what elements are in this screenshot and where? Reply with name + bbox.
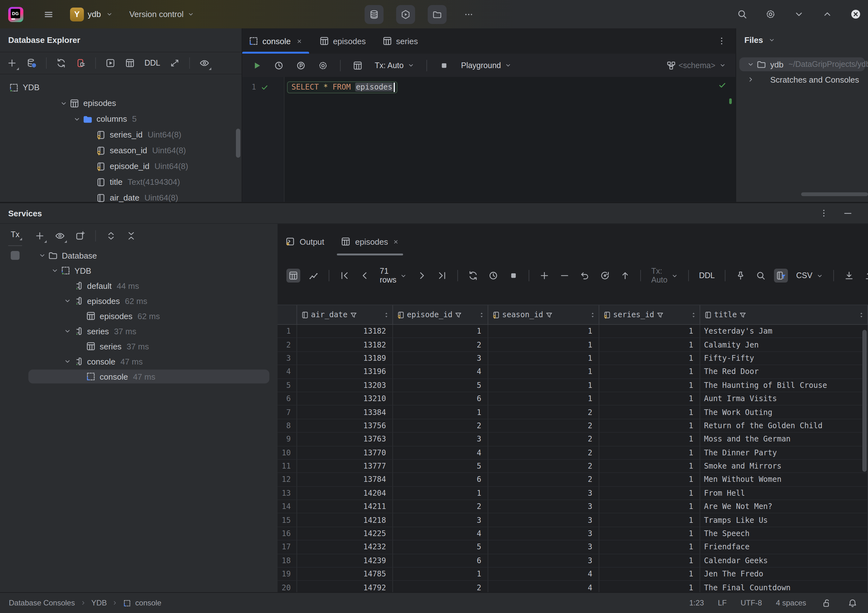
cell-season-id[interactable]: 2 <box>488 460 599 473</box>
file-encoding[interactable]: UTF-8 <box>741 599 762 607</box>
cell-title[interactable]: Moss and the German <box>700 433 868 446</box>
tree-item-series[interactable]: series37 ms <box>0 339 277 354</box>
tree-item-ydb[interactable]: YDB <box>0 79 242 95</box>
cell-air-date[interactable]: 14232 <box>297 541 393 554</box>
cell-series-id[interactable]: 1 <box>599 365 700 379</box>
indent-style[interactable]: 4 spaces <box>776 599 806 607</box>
editor-tab-series[interactable]: series <box>382 28 418 54</box>
cell-air-date[interactable]: 13770 <box>297 446 393 460</box>
table-row[interactable]: 413196411The Red Door <box>277 365 868 379</box>
clock-button[interactable] <box>272 58 286 72</box>
close-icon[interactable] <box>392 238 399 245</box>
cell-title[interactable]: Smoke and Mirrors <box>700 460 868 473</box>
folder-button[interactable] <box>428 5 446 24</box>
table-row[interactable]: 213182211Calamity Jen <box>277 338 868 352</box>
cell-series-id[interactable]: 1 <box>599 406 700 420</box>
cell-series-id[interactable]: 1 <box>599 446 700 460</box>
play-button[interactable] <box>250 58 264 72</box>
table-row[interactable]: 713384121The Work Outing <box>277 406 868 420</box>
breadcrumb-item-console[interactable]: console <box>123 599 161 607</box>
cell-season-id[interactable]: 4 <box>488 568 599 581</box>
table-row[interactable]: 1914785141Jen The Fredo <box>277 568 868 581</box>
code-line-1[interactable]: 1 SELECT * FROM episodes <box>242 80 736 94</box>
cell-episode-id[interactable]: 2 <box>393 338 488 352</box>
cell-episode-id[interactable]: 4 <box>393 365 488 379</box>
refresh-button[interactable] <box>467 269 480 283</box>
cell-air-date[interactable]: 14225 <box>297 527 393 541</box>
chevron-down-button[interactable] <box>792 7 806 22</box>
cell-title[interactable]: The Work Outing <box>700 406 868 420</box>
tree-item-season-id[interactable]: season_idUint64(8) <box>0 142 242 158</box>
more-v-button[interactable] <box>817 206 831 220</box>
search-button[interactable] <box>754 269 768 283</box>
project-widget[interactable]: Y ydb <box>70 7 113 21</box>
cell-title[interactable]: Aunt Irma Visits <box>700 392 868 406</box>
cell-air-date[interactable]: 13784 <box>297 473 393 487</box>
cell-air-date[interactable]: 14239 <box>297 554 393 568</box>
cell-series-id[interactable]: 1 <box>599 392 700 406</box>
cell-title[interactable]: Men Without Women <box>700 473 868 487</box>
lock-open-button[interactable] <box>820 596 833 610</box>
playground-button[interactable]: Playground <box>459 59 514 71</box>
page-first-button[interactable] <box>338 269 351 283</box>
jump-button[interactable] <box>168 56 182 70</box>
collapse-all-button[interactable] <box>124 229 138 243</box>
table-button[interactable] <box>123 56 137 70</box>
tx-auto-button[interactable]: Tx: Auto <box>649 265 680 286</box>
cell-season-id[interactable]: 3 <box>488 527 599 541</box>
cell-series-id[interactable]: 1 <box>599 325 700 338</box>
cell-series-id[interactable]: 1 <box>599 541 700 554</box>
minus-button[interactable] <box>558 269 572 283</box>
cell-title[interactable]: Jen The Fredo <box>700 568 868 581</box>
cell-title[interactable]: Return of the Golden Child <box>700 419 868 433</box>
cell-series-id[interactable]: 1 <box>599 460 700 473</box>
cell-season-id[interactable]: 3 <box>488 486 599 500</box>
cell-episode-id[interactable]: 2 <box>393 500 488 514</box>
schema-button[interactable]: <schema> <box>664 58 728 72</box>
stop-sq-button[interactable] <box>507 269 521 283</box>
scrollbar-thumb[interactable] <box>801 192 868 196</box>
cell-episode-id[interactable]: 6 <box>393 473 488 487</box>
settings-button[interactable] <box>763 7 778 22</box>
cell-episode-id[interactable]: 4 <box>393 527 488 541</box>
cell-episode-id[interactable]: 6 <box>393 554 488 568</box>
cell-season-id[interactable]: 1 <box>488 325 599 338</box>
ddl-button[interactable]: DDL <box>143 57 162 70</box>
cell-episode-id[interactable]: 1 <box>393 486 488 500</box>
cell-season-id[interactable]: 1 <box>488 338 599 352</box>
cell-series-id[interactable]: 1 <box>599 473 700 487</box>
column-header-episode-id[interactable]: episode_id <box>393 305 488 324</box>
cell-season-id[interactable]: 3 <box>488 554 599 568</box>
pin-button[interactable] <box>734 269 747 283</box>
table-row[interactable]: 1714232531Friendface <box>277 541 868 554</box>
table-button[interactable] <box>351 58 364 72</box>
cell-season-id[interactable]: 2 <box>488 419 599 433</box>
circle-p-button[interactable] <box>294 58 308 72</box>
revert-button[interactable] <box>598 269 612 283</box>
db-gear-button[interactable] <box>25 56 39 70</box>
cell-season-id[interactable]: 1 <box>488 365 599 379</box>
caret-position[interactable]: 1:23 <box>689 599 704 607</box>
column-header-air-date[interactable]: air_date <box>297 305 393 324</box>
cell-title[interactable]: Calamity Jen <box>700 338 868 352</box>
cell-air-date[interactable]: 13189 <box>297 352 393 365</box>
cell-episode-id[interactable]: 3 <box>393 352 488 365</box>
results-tab-output[interactable]: Output <box>285 228 324 255</box>
cell-series-id[interactable]: 1 <box>599 419 700 433</box>
tx-auto-button[interactable]: Tx: Auto <box>373 59 416 71</box>
table-row[interactable]: 1514218331Tramps Like Us <box>277 514 868 527</box>
main-menu-button[interactable] <box>41 7 56 22</box>
editor-tab-console[interactable]: console <box>248 28 303 54</box>
breadcrumb-item-database-consoles[interactable]: Database Consoles <box>9 599 75 607</box>
tree-item-columns[interactable]: columns5 <box>0 111 242 127</box>
cell-air-date[interactable]: 14785 <box>297 568 393 581</box>
cell-air-date[interactable]: 13182 <box>297 338 393 352</box>
table-row[interactable]: 1113777521Smoke and Mirrors <box>277 460 868 473</box>
upload-button[interactable] <box>862 269 868 283</box>
cell-episode-id[interactable]: 5 <box>393 541 488 554</box>
results-tab-episodes[interactable]: episodes <box>341 228 399 255</box>
column-header-title[interactable]: title <box>700 305 868 324</box>
cell-season-id[interactable]: 3 <box>488 500 599 514</box>
cell-episode-id[interactable]: 1 <box>393 406 488 420</box>
files-panel-title[interactable]: Files <box>736 28 868 52</box>
